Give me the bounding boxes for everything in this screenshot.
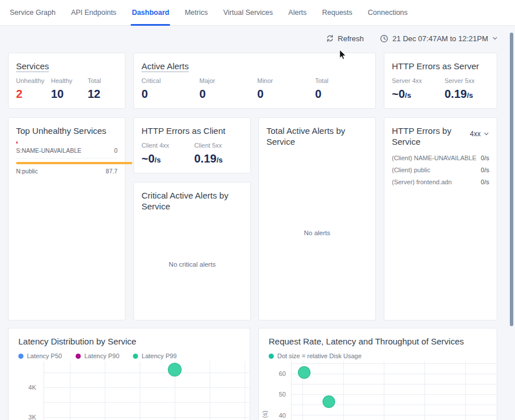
legend-dot-icon — [269, 354, 274, 359]
metric-value: ~0/s — [141, 153, 194, 166]
time-range-label: 21 Dec 07:47AM to 12:21PM — [392, 34, 488, 43]
top-unhealthy-title: Top Unhealthy Services — [16, 126, 107, 136]
chart-legend: Latency P50 Latency P90 Latency P99 — [18, 352, 176, 359]
legend-label: Latency P50 — [27, 352, 62, 359]
divider — [16, 158, 117, 159]
latency-plot-area — [44, 361, 249, 420]
metric-value: 0 — [257, 88, 315, 100]
metric-client-5xx: Client 5xx 0.19/s — [194, 142, 223, 166]
services-metrics: Unhealthy 2 Healthy 10 Total 12 — [9, 77, 125, 100]
services-card: Services Unhealthy 2 Healthy 10 Total 12 — [8, 53, 125, 109]
metric-label: Unhealthy — [16, 77, 51, 84]
active-alerts-card-title[interactable]: Active Alerts — [141, 61, 189, 72]
services-card-title[interactable]: Services — [16, 61, 49, 72]
metric-label: Server 4xx — [392, 77, 445, 84]
y-axis-tick: 4K — [19, 384, 36, 391]
metric-healthy: Healthy 10 — [51, 77, 88, 100]
error-rate-row[interactable]: (Client) public 0/s — [384, 167, 497, 173]
active-alerts-card: Active Alerts Critical 0 Major 0 Minor 0… — [133, 53, 376, 109]
refresh-label: Refresh — [338, 34, 364, 43]
refresh-button[interactable]: Refresh — [326, 34, 364, 43]
y-axis-label: (s) — [261, 411, 268, 418]
legend-item-dot-size: Dot size = relative Disk Usage — [269, 352, 361, 359]
error-rate-row[interactable]: (Server) frontend.adn 0/s — [384, 179, 497, 185]
request-rate-plot-area — [291, 361, 496, 420]
metric-value: 0.19/s — [194, 153, 223, 166]
active-alerts-metrics: Critical 0 Major 0 Minor 0 Total 0 — [134, 77, 375, 100]
dashboard-page: { "colors": { "accent_blue": "#2563eb", … — [0, 0, 515, 420]
metric-value: 0 — [141, 88, 199, 100]
card-header: HTTP Errors by Service 4xx — [384, 118, 497, 147]
metric-critical: Critical 0 — [141, 77, 199, 100]
legend-label: Latency P90 — [84, 352, 119, 359]
tab-requests[interactable]: Requests — [322, 0, 352, 25]
top-unhealthy-services-card: Top Unhealthy Services S:NAME-UNAVAILABL… — [8, 117, 125, 320]
metric-server-5xx: Server 5xx 0.19/s — [445, 77, 475, 101]
request-rate-chart-title: Request Rate, Latency and Throughput of … — [269, 336, 464, 346]
metric-value: 0 — [199, 88, 257, 100]
metric-client-4xx: Client 4xx ~0/s — [141, 142, 194, 166]
tab-api-endpoints[interactable]: API Endpoints — [71, 0, 116, 25]
latency-distribution-card: Latency Distribution by Service Latency … — [8, 328, 250, 420]
metric-minor: Minor 0 — [257, 77, 315, 100]
tab-alerts[interactable]: Alerts — [288, 0, 306, 25]
unhealthy-service-bar — [16, 141, 18, 144]
chevron-down-icon — [492, 35, 498, 41]
metric-server-4xx: Server 4xx ~0/s — [392, 77, 445, 101]
y-axis-tick: 40 — [269, 412, 286, 419]
metric-label: Critical — [141, 77, 199, 84]
metric-value: 10 — [51, 88, 88, 100]
legend-item-p99[interactable]: Latency P99 — [133, 352, 176, 359]
http-errors-client-card: HTTP Errors as Client Client 4xx ~0/s Cl… — [133, 117, 251, 173]
legend-item-p50[interactable]: Latency P50 — [18, 352, 62, 359]
service-label: (Client) public — [392, 167, 430, 173]
metric-value: 2 — [16, 88, 51, 100]
legend-item-p90[interactable]: Latency P90 — [76, 352, 119, 359]
metric-label: Minor — [257, 77, 315, 84]
service-value: 87.7 — [106, 168, 117, 175]
total-alerts-card: Total Active Alerts by Service No alerts — [258, 117, 376, 320]
http-errors-client-title: HTTP Errors as Client — [141, 126, 225, 136]
http-errors-client-metrics: Client 4xx ~0/s Client 5xx 0.19/s — [134, 142, 250, 166]
rate-value: 0/s — [481, 167, 489, 173]
legend-dot-icon — [133, 354, 138, 359]
chart-legend: Dot size = relative Disk Usage — [269, 352, 361, 359]
metric-unhealthy: Unhealthy 2 — [16, 77, 51, 100]
rate-value: 0/s — [481, 154, 489, 161]
service-value: 0 — [114, 147, 117, 154]
top-nav: Service Graph API Endpoints Dashboard Me… — [0, 0, 515, 26]
empty-state-text: No alerts — [259, 229, 375, 236]
clock-icon — [380, 34, 388, 43]
tab-metrics[interactable]: Metrics — [184, 0, 207, 25]
chart-data-dot — [168, 363, 182, 377]
unhealthy-service-row[interactable]: N:public 87.7 — [9, 168, 125, 175]
http-errors-server-card: HTTP Errors as Server Server 4xx ~0/s Se… — [384, 53, 497, 109]
metric-label: Server 5xx — [445, 77, 475, 84]
unhealthy-service-bar — [16, 162, 132, 164]
tab-service-graph[interactable]: Service Graph — [10, 0, 56, 25]
service-label: S:NAME-UNAVAILABLE — [16, 147, 81, 154]
metric-label: Total — [88, 77, 101, 84]
vertical-scrollbar[interactable] — [510, 33, 513, 326]
error-rate-row[interactable]: (Client) NAME-UNAVAILABLE 0/s — [384, 154, 497, 161]
metric-label: Client 4xx — [141, 142, 194, 149]
unhealthy-service-row[interactable]: S:NAME-UNAVAILABLE 0 — [9, 147, 125, 154]
request-rate-card: Request Rate, Latency and Throughput of … — [258, 328, 497, 420]
tab-connections[interactable]: Connections — [368, 0, 408, 25]
refresh-icon — [326, 34, 334, 42]
metric-label: Major — [199, 77, 257, 84]
chart-data-dot — [323, 395, 335, 408]
tab-dashboard[interactable]: Dashboard — [132, 0, 169, 25]
tab-virtual-services[interactable]: Virtual Services — [223, 0, 273, 25]
legend-dot-icon — [18, 354, 23, 359]
error-class-dropdown[interactable]: 4xx — [470, 129, 489, 139]
total-alerts-title: Total Active Alerts by Service — [266, 126, 345, 146]
y-axis-tick: 50 — [269, 391, 286, 398]
critical-alerts-card: Critical Active Alerts by Service No cri… — [133, 182, 251, 320]
metric-major: Major 0 — [199, 77, 257, 100]
time-range-selector[interactable]: 21 Dec 07:47AM to 12:21PM — [380, 34, 498, 43]
y-axis-tick: 60 — [269, 370, 286, 377]
legend-dot-icon — [76, 354, 81, 359]
http-errors-server-metrics: Server 4xx ~0/s Server 5xx 0.19/s — [384, 77, 497, 101]
service-label: (Server) frontend.adn — [392, 179, 452, 185]
